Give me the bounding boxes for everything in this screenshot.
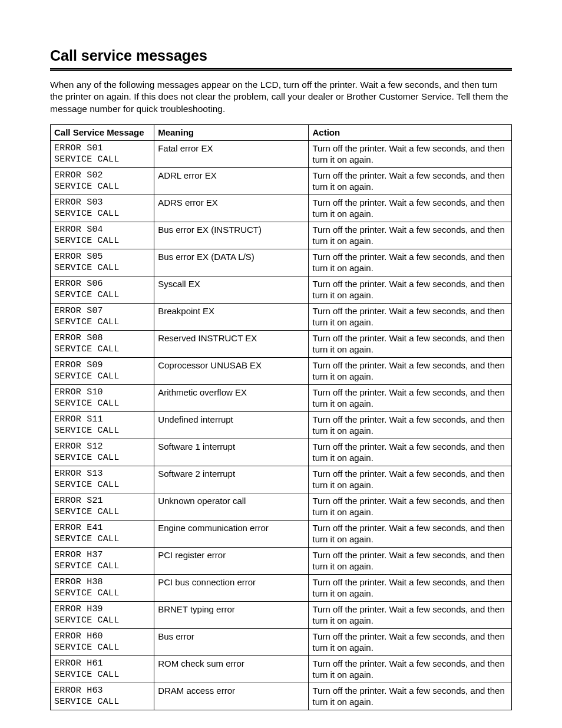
table-row: ERROR S04 SERVICE CALLBus error EX (INST… [51,222,512,249]
table-row: ERROR S06 SERVICE CALLSyscall EXTurn off… [51,276,512,303]
cell-meaning: Fatal error EX [154,140,309,167]
cell-meaning: Breakpoint EX [154,303,309,330]
table-row: ERROR S21 SERVICE CALLUnknown operator c… [51,493,512,520]
cell-meaning: Software 1 interrupt [154,439,309,466]
table-row: ERROR E41 SERVICE CALLEngine communicati… [51,520,512,547]
col-header-message: Call Service Message [51,125,154,141]
table-row: ERROR H39 SERVICE CALLBRNET typing error… [51,601,512,628]
cell-action: Turn off the printer. Wait a few seconds… [309,547,512,574]
cell-meaning: BRNET typing error [154,601,309,628]
table-row: ERROR H38 SERVICE CALLPCI bus connection… [51,574,512,601]
cell-message: ERROR H39 SERVICE CALL [51,601,154,628]
heading-rule [50,68,512,71]
table-row: ERROR S13 SERVICE CALLSoftware 2 interru… [51,466,512,493]
cell-message: ERROR S01 SERVICE CALL [51,140,154,167]
cell-meaning: ADRL error EX [154,167,309,195]
cell-meaning: PCI bus connection error [154,574,309,601]
table-row: ERROR S09 SERVICE CALLCoprocessor UNUSAB… [51,357,512,384]
table-row: ERROR S10 SERVICE CALLArithmetic overflo… [51,384,512,411]
cell-action: Turn off the printer. Wait a few seconds… [309,683,512,710]
cell-action: Turn off the printer. Wait a few seconds… [309,466,512,493]
table-row: ERROR S05 SERVICE CALLBus error EX (DATA… [51,249,512,276]
cell-message: ERROR H38 SERVICE CALL [51,574,154,601]
cell-message: ERROR H61 SERVICE CALL [51,655,154,683]
cell-action: Turn off the printer. Wait a few seconds… [309,140,512,167]
cell-action: Turn off the printer. Wait a few seconds… [309,655,512,683]
cell-action: Turn off the printer. Wait a few seconds… [309,628,512,655]
cell-message: ERROR S11 SERVICE CALL [51,411,154,439]
service-messages-table: Call Service Message Meaning Action ERRO… [50,124,512,710]
table-row: ERROR S07 SERVICE CALLBreakpoint EXTurn … [51,303,512,330]
cell-meaning: Syscall EX [154,276,309,303]
cell-action: Turn off the printer. Wait a few seconds… [309,493,512,520]
cell-meaning: ADRS error EX [154,195,309,222]
table-row: ERROR S11 SERVICE CALLUndefined interrup… [51,411,512,439]
intro-paragraph: When any of the following messages appea… [50,79,512,115]
cell-message: ERROR S06 SERVICE CALL [51,276,154,303]
cell-meaning: Coprocessor UNUSAB EX [154,357,309,384]
table-header-row: Call Service Message Meaning Action [51,125,512,141]
cell-action: Turn off the printer. Wait a few seconds… [309,276,512,303]
cell-meaning: Undefined interrupt [154,411,309,439]
cell-action: Turn off the printer. Wait a few seconds… [309,303,512,330]
cell-action: Turn off the printer. Wait a few seconds… [309,601,512,628]
cell-message: ERROR S07 SERVICE CALL [51,303,154,330]
cell-action: Turn off the printer. Wait a few seconds… [309,574,512,601]
cell-message: ERROR S03 SERVICE CALL [51,195,154,222]
cell-action: Turn off the printer. Wait a few seconds… [309,330,512,357]
cell-message: ERROR S04 SERVICE CALL [51,222,154,249]
cell-meaning: DRAM access error [154,683,309,710]
cell-action: Turn off the printer. Wait a few seconds… [309,249,512,276]
table-row: ERROR S08 SERVICE CALLReserved INSTRUCT … [51,330,512,357]
cell-action: Turn off the printer. Wait a few seconds… [309,439,512,466]
cell-message: ERROR S21 SERVICE CALL [51,493,154,520]
cell-message: ERROR H37 SERVICE CALL [51,547,154,574]
cell-meaning: Bus error EX (INSTRUCT) [154,222,309,249]
cell-message: ERROR S10 SERVICE CALL [51,384,154,411]
cell-message: ERROR S08 SERVICE CALL [51,330,154,357]
table-row: ERROR H37 SERVICE CALLPCI register error… [51,547,512,574]
cell-message: ERROR S02 SERVICE CALL [51,167,154,195]
table-row: ERROR S01 SERVICE CALLFatal error EXTurn… [51,140,512,167]
table-row: ERROR H61 SERVICE CALLROM check sum erro… [51,655,512,683]
cell-message: ERROR E41 SERVICE CALL [51,520,154,547]
cell-message: ERROR H60 SERVICE CALL [51,628,154,655]
col-header-meaning: Meaning [154,125,309,141]
cell-message: ERROR S05 SERVICE CALL [51,249,154,276]
cell-message: ERROR S13 SERVICE CALL [51,466,154,493]
table-row: ERROR S02 SERVICE CALLADRL error EXTurn … [51,167,512,195]
cell-meaning: Reserved INSTRUCT EX [154,330,309,357]
cell-action: Turn off the printer. Wait a few seconds… [309,411,512,439]
cell-message: ERROR H63 SERVICE CALL [51,683,154,710]
table-row: ERROR H63 SERVICE CALLDRAM access errorT… [51,683,512,710]
table-row: ERROR S03 SERVICE CALLADRS error EXTurn … [51,195,512,222]
cell-meaning: Bus error EX (DATA L/S) [154,249,309,276]
table-row: ERROR S12 SERVICE CALLSoftware 1 interru… [51,439,512,466]
cell-message: ERROR S09 SERVICE CALL [51,357,154,384]
cell-action: Turn off the printer. Wait a few seconds… [309,222,512,249]
cell-meaning: Unknown operator call [154,493,309,520]
cell-action: Turn off the printer. Wait a few seconds… [309,520,512,547]
cell-meaning: PCI register error [154,547,309,574]
cell-message: ERROR S12 SERVICE CALL [51,439,154,466]
section-heading: Call service messages [50,47,512,65]
cell-meaning: ROM check sum error [154,655,309,683]
cell-meaning: Arithmetic overflow EX [154,384,309,411]
table-row: ERROR H60 SERVICE CALLBus errorTurn off … [51,628,512,655]
cell-meaning: Software 2 interrupt [154,466,309,493]
col-header-action: Action [309,125,512,141]
cell-meaning: Engine communication error [154,520,309,547]
cell-action: Turn off the printer. Wait a few seconds… [309,384,512,411]
cell-action: Turn off the printer. Wait a few seconds… [309,357,512,384]
cell-action: Turn off the printer. Wait a few seconds… [309,195,512,222]
cell-action: Turn off the printer. Wait a few seconds… [309,167,512,195]
cell-meaning: Bus error [154,628,309,655]
